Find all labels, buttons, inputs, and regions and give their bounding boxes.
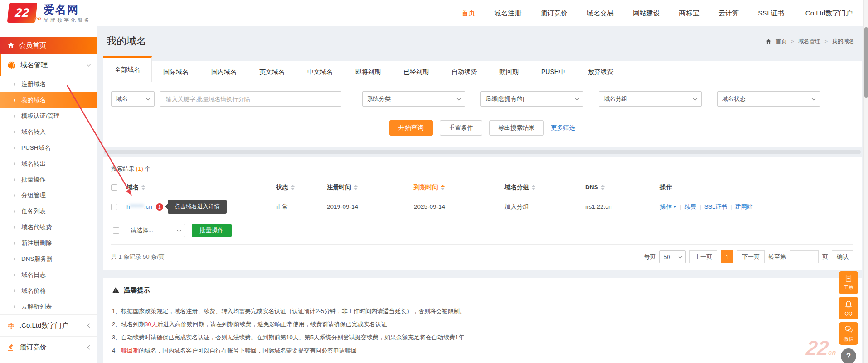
vertical-scrollbar-track[interactable] bbox=[863, 0, 868, 363]
sidebar-item-2[interactable]: 模板认证/管理 bbox=[0, 108, 97, 124]
tab-7[interactable]: 自动续费 bbox=[440, 61, 488, 82]
breadcrumb-item-2[interactable]: 我的域名 bbox=[832, 38, 854, 45]
sidebar-item-7[interactable]: 分组管理 bbox=[0, 187, 97, 203]
sidebar-item-11[interactable]: DNS服务器 bbox=[0, 251, 97, 267]
batch-operate-button[interactable]: 批量操作 bbox=[192, 224, 232, 237]
vertical-scrollbar-thumb[interactable] bbox=[864, 27, 868, 98]
domain-link[interactable]: h*****.cn bbox=[126, 203, 152, 210]
sidebar-item-9[interactable]: 域名代续费 bbox=[0, 219, 97, 235]
tab-3[interactable]: 英文域名 bbox=[248, 61, 296, 82]
column-header-0[interactable]: 域名 bbox=[126, 183, 276, 191]
filter-select-1[interactable]: 后缀[您拥有的] bbox=[480, 91, 583, 107]
tab-9[interactable]: PUSH中 bbox=[530, 61, 577, 82]
op-link-2[interactable]: SSL证书 bbox=[704, 203, 727, 211]
search-button[interactable]: 开始查询 bbox=[389, 120, 433, 136]
keyword-input[interactable] bbox=[160, 91, 341, 107]
tab-10[interactable]: 放弃续费 bbox=[577, 61, 625, 82]
sidebar-item-13[interactable]: 域名价格 bbox=[0, 283, 97, 299]
current-page-button[interactable]: 1 bbox=[721, 250, 733, 263]
goto-page-input[interactable] bbox=[790, 250, 819, 263]
sidebar-section-auction[interactable]: 预订竞价 bbox=[0, 336, 97, 358]
column-header-2[interactable]: 注册时间 bbox=[327, 183, 414, 191]
filter-select-value: 系统分类 bbox=[367, 95, 391, 103]
filter-select-3[interactable]: 域名状态 bbox=[717, 91, 820, 107]
float-button-wechat[interactable]: 微信 bbox=[839, 322, 858, 345]
sidebar-section-domain-management[interactable]: 域名管理 bbox=[0, 54, 97, 76]
breadcrumb-item-0[interactable]: 首页 bbox=[776, 38, 787, 45]
sort-icon[interactable] bbox=[441, 185, 445, 190]
tab-1[interactable]: 国际域名 bbox=[152, 61, 200, 82]
sidebar-item-member-home[interactable]: 会员首页 bbox=[0, 37, 97, 54]
sidebar-item-4[interactable]: PUSH域名 bbox=[0, 140, 97, 156]
nav-item-3[interactable]: 域名交易 bbox=[587, 9, 614, 18]
breadcrumb-item-1[interactable]: 域名管理 bbox=[798, 38, 821, 45]
tab-6[interactable]: 已经到期 bbox=[392, 61, 440, 82]
column-header-5[interactable]: DNS bbox=[585, 184, 660, 191]
sidebar-item-12[interactable]: 域名日志 bbox=[0, 267, 97, 283]
op-link-1[interactable]: 续费 bbox=[684, 203, 696, 211]
notice-line-2: 3、自动续费时请确保已完成实名认证，否则无法续费。在到期前第10天、第5天系统分… bbox=[112, 331, 853, 344]
row-checkbox[interactable] bbox=[111, 204, 117, 210]
field-select[interactable]: 域名 bbox=[111, 91, 155, 107]
domain-tabs: 全部域名国际域名国内域名英文域名中文域名即将到期已经到期自动续费赎回期PUSH中… bbox=[103, 61, 862, 82]
select-all-checkbox[interactable] bbox=[111, 184, 117, 191]
sidebar-item-3[interactable]: 域名转入 bbox=[0, 124, 97, 140]
column-header-4[interactable]: 域名分组 bbox=[504, 183, 585, 191]
float-button-bell[interactable]: QQ bbox=[839, 297, 858, 319]
column-header-1[interactable]: 状态 bbox=[276, 183, 327, 191]
per-page-select[interactable]: 50 bbox=[659, 250, 686, 263]
sidebar-item-6[interactable]: 批量操作 bbox=[0, 172, 97, 187]
sort-icon[interactable] bbox=[601, 185, 605, 190]
sort-icon[interactable] bbox=[291, 185, 295, 190]
sort-icon[interactable] bbox=[532, 185, 535, 190]
tab-4[interactable]: 中文域名 bbox=[296, 61, 344, 82]
sidebar-item-5[interactable]: 域名转出 bbox=[0, 156, 97, 172]
reset-button[interactable]: 重置条件 bbox=[440, 120, 482, 136]
horizontal-scrollbar[interactable] bbox=[104, 150, 861, 154]
logo-name: 爱名网 bbox=[44, 3, 91, 16]
sidebar-item-label: 域名日志 bbox=[21, 271, 46, 279]
next-page-button[interactable]: 下一页 bbox=[737, 250, 765, 263]
float-button-ticket[interactable]: 工单 bbox=[839, 271, 858, 294]
table-row: h*****.cn 1 点击域名进入详情 正常 2019-09-14 2025-… bbox=[111, 196, 853, 217]
sort-icon[interactable] bbox=[354, 185, 358, 190]
sidebar-item-8[interactable]: 任务列表 bbox=[0, 203, 97, 219]
bell-icon bbox=[844, 300, 853, 309]
sidebar-item-0[interactable]: 注册域名 bbox=[0, 76, 97, 92]
nav-item-7[interactable]: SSL证书 bbox=[758, 9, 784, 18]
filter-row: 域名 系统分类后缀[您拥有的]域名分组域名状态 bbox=[103, 82, 862, 107]
logo-cn: cn bbox=[34, 15, 41, 22]
prev-page-button[interactable]: 上一页 bbox=[689, 250, 717, 263]
notice-text: 1、根据国家政策规定，域名注册、续费、转入均需要完成实名认证（认证预计2-5分钟… bbox=[112, 308, 466, 314]
sidebar-item-14[interactable]: 云解析列表 bbox=[0, 299, 97, 314]
nav-item-6[interactable]: 云计算 bbox=[718, 9, 739, 18]
sidebar-item-1[interactable]: 我的域名 bbox=[0, 92, 97, 108]
tab-2[interactable]: 国内域名 bbox=[200, 61, 248, 82]
nav-item-8[interactable]: .Co.Ltd数字门户 bbox=[804, 9, 853, 18]
nav-item-1[interactable]: 域名注册 bbox=[494, 9, 521, 18]
help-button[interactable]: ? bbox=[841, 348, 856, 363]
export-button[interactable]: 导出搜索结果 bbox=[489, 120, 544, 136]
op-link-0[interactable]: 操作 bbox=[660, 203, 677, 211]
nav-item-2[interactable]: 预订竞价 bbox=[540, 9, 567, 18]
batch-select[interactable]: 请选择... bbox=[126, 224, 185, 237]
more-filters-link[interactable]: 更多筛选 bbox=[551, 124, 575, 132]
sidebar-section-coltd[interactable]: .Co.Ltd数字门户 bbox=[0, 314, 97, 336]
sort-desc-icon bbox=[532, 188, 535, 190]
nav-item-4[interactable]: 网站建设 bbox=[633, 9, 660, 18]
tab-8[interactable]: 赎回期 bbox=[488, 61, 530, 82]
nav-item-0[interactable]: 首页 bbox=[461, 9, 475, 18]
cell-group[interactable]: 加入分组 bbox=[504, 203, 585, 211]
sort-icon[interactable] bbox=[141, 185, 145, 190]
site-logo[interactable]: 22 cn 爱名网 品牌数字化服务 bbox=[8, 3, 91, 24]
nav-item-5[interactable]: 商标宝 bbox=[679, 9, 699, 18]
confirm-button[interactable]: 确认 bbox=[832, 250, 853, 263]
tab-0[interactable]: 全部域名 bbox=[103, 56, 152, 82]
sidebar-item-10[interactable]: 新注册删除 bbox=[0, 235, 97, 251]
column-header-3[interactable]: 到期时间 bbox=[414, 183, 504, 191]
filter-select-0[interactable]: 系统分类 bbox=[362, 91, 465, 107]
filter-select-2[interactable]: 域名分组 bbox=[599, 91, 702, 107]
tab-5[interactable]: 即将到期 bbox=[344, 61, 392, 82]
batch-checkbox[interactable] bbox=[113, 227, 119, 234]
op-link-3[interactable]: 建网站 bbox=[735, 203, 753, 211]
